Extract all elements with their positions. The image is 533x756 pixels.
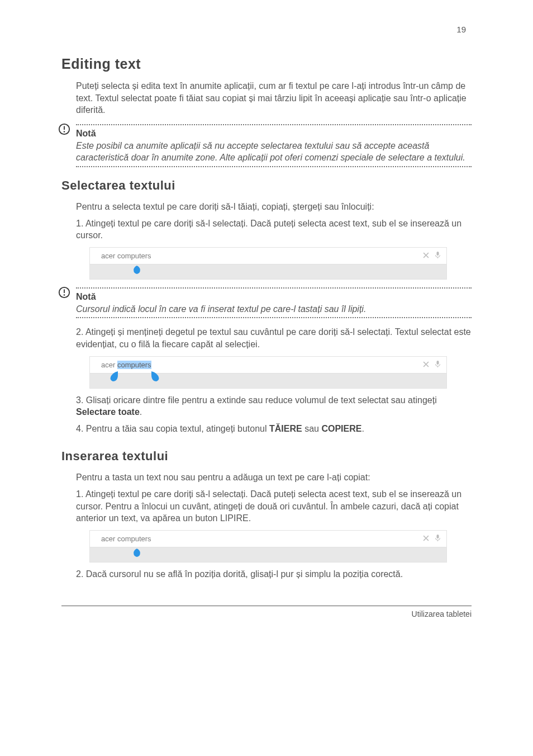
- cursor-handle-icon[interactable]: [132, 545, 141, 557]
- input-text-before: acer: [101, 361, 117, 369]
- para-select-intro: Pentru a selecta textul pe care doriți s…: [76, 201, 472, 213]
- note-text: Este posibil ca anumite aplicații să nu …: [76, 140, 472, 164]
- svg-point-9: [64, 294, 65, 296]
- mic-icon[interactable]: [435, 360, 441, 370]
- step-4: 4. Pentru a tăia sau copia textul, ating…: [76, 423, 472, 435]
- svg-point-2: [64, 131, 65, 133]
- clear-icon[interactable]: [423, 361, 429, 369]
- divider-dots: [76, 287, 472, 289]
- note-text: Cursorul indică locul în care va fi inse…: [76, 303, 472, 315]
- text-input[interactable]: acer computers: [90, 357, 446, 374]
- divider-dots: [76, 124, 472, 125]
- clear-icon[interactable]: [423, 535, 429, 543]
- step-insert-2: 2. Dacă cursorul nu se află în poziția d…: [76, 568, 472, 580]
- text-field-mock-selection: acer computers: [89, 356, 447, 389]
- mic-icon[interactable]: [435, 534, 441, 544]
- note-block-1: Notă Este posibil ca anumite aplicații s…: [61, 124, 472, 167]
- step-insert-1: 1. Atingeți textul pe care doriți să-l s…: [76, 488, 472, 525]
- note-label: Notă: [76, 292, 472, 302]
- footer-text: Utilizarea tabletei: [61, 609, 472, 618]
- selection-start-handle-icon[interactable]: [110, 371, 119, 384]
- step-1: 1. Atingeți textul pe care doriți să-l s…: [76, 218, 472, 242]
- step-2: 2. Atingeți și mențineți degetul pe text…: [76, 326, 472, 350]
- svg-rect-12: [437, 361, 439, 365]
- page-number: 19: [456, 25, 466, 34]
- mic-icon[interactable]: [435, 251, 441, 261]
- step-3: 3. Glisați oricare dintre file pentru a …: [76, 394, 472, 418]
- clear-icon[interactable]: [423, 252, 429, 260]
- footer-rule: [61, 606, 472, 606]
- input-text-before: acer: [101, 252, 117, 260]
- svg-rect-16: [437, 535, 439, 538]
- cursor-handle-icon[interactable]: [132, 262, 141, 275]
- text-field-mock-cursor-2: acer computers: [89, 530, 447, 563]
- note-block-2: Notă Cursorul indică locul în care va fi…: [61, 287, 472, 319]
- input-text-before: acer: [101, 535, 117, 543]
- subheading-selecting: Selectarea textului: [61, 178, 472, 193]
- input-text-after: computers: [117, 535, 151, 543]
- text-input[interactable]: acer computers: [90, 248, 446, 264]
- para-insert-intro: Pentru a tasta un text nou sau pentru a …: [76, 471, 472, 484]
- svg-rect-5: [437, 252, 439, 256]
- subheading-inserting: Inserarea textului: [61, 449, 472, 464]
- warning-icon: [58, 123, 70, 138]
- heading-editing-text: Editing text: [61, 56, 472, 72]
- warning-icon: [58, 286, 70, 301]
- para-intro: Puteți selecta și edita text în anumite …: [76, 80, 472, 116]
- selection-end-handle-icon[interactable]: [151, 371, 160, 384]
- input-text-selected: computers: [117, 361, 151, 369]
- note-label: Notă: [76, 129, 472, 139]
- text-field-mock-cursor: acer computers: [89, 247, 447, 280]
- divider-dots: [76, 317, 472, 318]
- input-text-after: computers: [117, 252, 151, 260]
- text-input[interactable]: acer computers: [90, 531, 446, 547]
- divider-dots: [76, 166, 472, 167]
